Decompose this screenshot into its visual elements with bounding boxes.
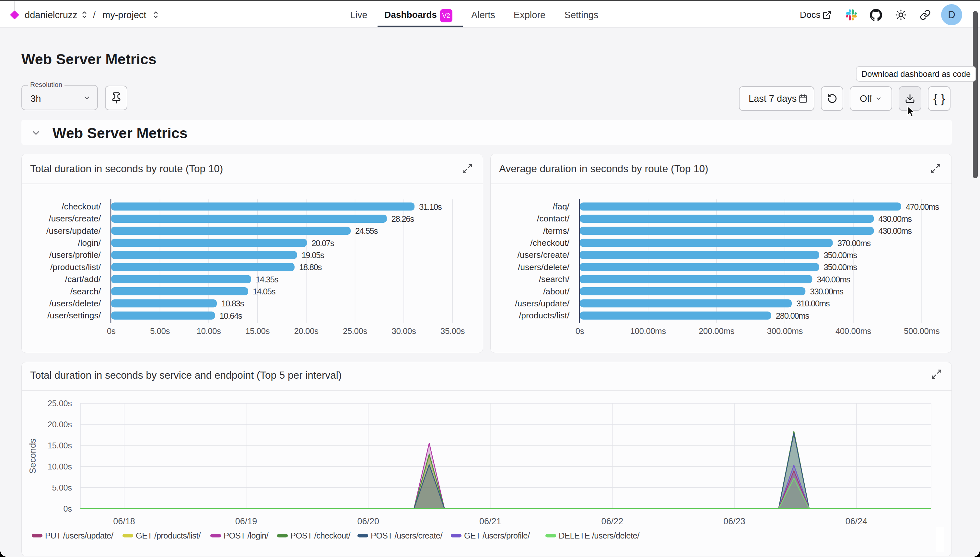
svg-text:10.00s: 10.00s [48,462,72,471]
svg-text:350.00ms: 350.00ms [824,250,858,260]
svg-text:06/21: 06/21 [479,516,501,526]
svg-text:20.07s: 20.07s [311,238,335,248]
svg-text:5.00s: 5.00s [52,483,72,492]
svg-text:/checkout/: /checkout/ [530,238,569,248]
svg-text:31.10s: 31.10s [419,202,442,212]
svg-text:35.00s: 35.00s [440,326,465,336]
svg-text:/products/list/: /products/list/ [519,311,570,320]
svg-text:14.35s: 14.35s [256,275,279,284]
svg-text:/users/create/: /users/create/ [49,214,101,223]
svg-text:28.26s: 28.26s [392,214,414,224]
svg-text:DELETE /users/delete/: DELETE /users/delete/ [559,531,640,540]
svg-text:280.00ms: 280.00ms [776,311,809,321]
svg-text:10.00s: 10.00s [197,326,221,336]
svg-text:/search/: /search/ [70,287,101,296]
svg-text:430.00ms: 430.00ms [878,226,912,236]
svg-text:06/24: 06/24 [845,516,868,526]
svg-text:500.00ms: 500.00ms [904,326,940,336]
svg-text:25.00s: 25.00s [343,326,367,336]
svg-text:470.00ms: 470.00ms [906,202,939,212]
svg-text:/checkout/: /checkout/ [62,202,101,212]
svg-text:24.55s: 24.55s [355,226,378,236]
svg-text:/contact/: /contact/ [537,214,570,223]
svg-text:400.00ms: 400.00ms [835,326,871,336]
svg-text:06/19: 06/19 [235,516,257,526]
svg-text:POST /login/: POST /login/ [224,531,269,540]
svg-text:06/22: 06/22 [601,516,624,526]
svg-text:340.00ms: 340.00ms [817,275,850,284]
svg-text:370.00ms: 370.00ms [837,238,871,248]
svg-text:18.80s: 18.80s [299,262,322,272]
svg-text:/user/settings/: /user/settings/ [47,311,101,320]
svg-text:15.00s: 15.00s [245,326,270,336]
svg-text:/cart/add/: /cart/add/ [65,274,101,284]
svg-text:/products/list/: /products/list/ [50,262,101,272]
svg-text:/users/delete/: /users/delete/ [518,262,570,272]
svg-text:10.83s: 10.83s [221,299,244,308]
svg-text:330.00ms: 330.00ms [810,287,843,296]
svg-text:POST /users/create/: POST /users/create/ [371,531,443,540]
svg-text:0s: 0s [63,504,72,513]
svg-text:310.00ms: 310.00ms [796,299,830,308]
svg-text:GET /products/list/: GET /products/list/ [136,531,201,540]
svg-text:/users/delete/: /users/delete/ [49,299,101,308]
svg-text:300.00ms: 300.00ms [767,326,803,336]
svg-text:200.00ms: 200.00ms [699,326,735,336]
svg-text:30.00s: 30.00s [392,326,416,336]
svg-text:25.00s: 25.00s [48,399,72,408]
svg-text:POST /checkout/: POST /checkout/ [290,531,351,540]
svg-text:/users/update/: /users/update/ [515,299,570,308]
svg-text:19.05s: 19.05s [301,250,324,260]
svg-text:06/18: 06/18 [113,516,135,526]
svg-text:20.00s: 20.00s [294,326,319,336]
svg-text:/users/profile/: /users/profile/ [49,250,101,260]
svg-text:/users/update/: /users/update/ [46,226,101,236]
svg-text:/login/: /login/ [78,238,101,248]
svg-text:06/23: 06/23 [723,516,745,526]
svg-text:100.00ms: 100.00ms [630,326,666,336]
svg-text:10.64s: 10.64s [219,311,242,321]
svg-text:20.00s: 20.00s [48,420,72,429]
svg-text:350.00ms: 350.00ms [824,262,858,272]
svg-text:/about/: /about/ [543,287,570,296]
svg-text:Seconds: Seconds [28,439,37,474]
svg-text:0s: 0s [107,326,116,336]
svg-text:/users/create/: /users/create/ [517,250,569,260]
svg-text:/faq/: /faq/ [553,202,569,212]
svg-text:14.05s: 14.05s [253,287,276,296]
svg-text:PUT /users/update/: PUT /users/update/ [45,531,114,540]
svg-text:GET /users/profile/: GET /users/profile/ [464,531,530,540]
svg-text:0s: 0s [575,326,584,336]
svg-text:/search/: /search/ [539,274,570,284]
svg-text:430.00ms: 430.00ms [878,214,912,224]
svg-text:5.00s: 5.00s [150,326,170,336]
svg-text:/terms/: /terms/ [543,226,570,236]
svg-text:06/20: 06/20 [357,516,379,526]
svg-text:15.00s: 15.00s [48,441,72,450]
